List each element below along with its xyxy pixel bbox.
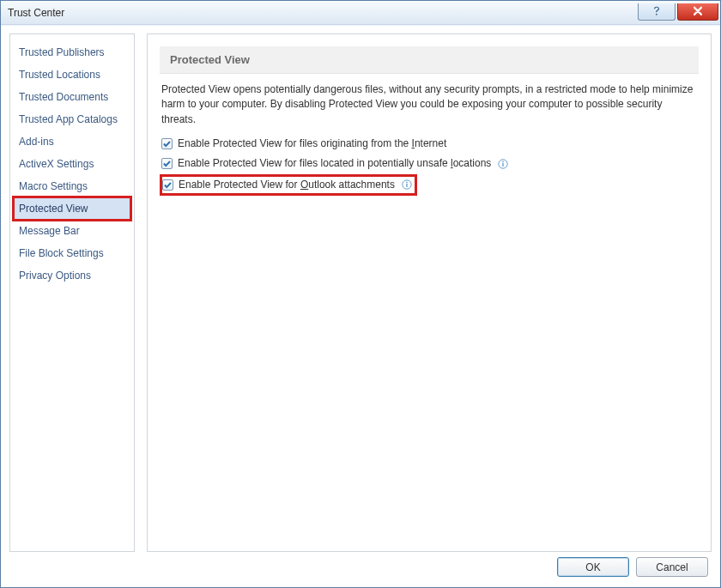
sidebar-item-trusted-documents[interactable]: Trusted Documents	[14, 86, 130, 108]
option-label: Enable Protected View for files originat…	[178, 136, 446, 152]
option-internet-files: Enable Protected View for files originat…	[161, 134, 697, 154]
sidebar-item-trusted-locations[interactable]: Trusted Locations	[14, 64, 130, 86]
sidebar-item-add-ins[interactable]: Add-ins	[14, 130, 130, 153]
checkbox-unsafe-locations[interactable]	[161, 158, 173, 169]
section-description: Protected View opens potentially dangero…	[161, 82, 697, 127]
dialog-body: Trusted Publishers Trusted Locations Tru…	[1, 27, 720, 587]
check-icon	[163, 180, 173, 190]
option-label: Enable Protected View for Outlook attach…	[179, 177, 395, 193]
help-icon	[652, 6, 661, 16]
section-body: Protected View opens potentially dangero…	[148, 74, 711, 196]
sidebar-item-macro-settings[interactable]: Macro Settings	[14, 175, 130, 197]
cancel-button[interactable]: Cancel	[636, 557, 708, 577]
sidebar-item-protected-view[interactable]: Protected View	[14, 197, 130, 220]
checkbox-internet-files[interactable]	[161, 138, 173, 149]
info-icon[interactable]	[402, 179, 412, 190]
ok-button[interactable]: OK	[557, 557, 629, 577]
panes: Trusted Publishers Trusted Locations Tru…	[9, 33, 712, 552]
checkbox-outlook-attachments[interactable]	[162, 179, 173, 191]
check-icon	[162, 139, 172, 149]
close-button[interactable]	[677, 3, 718, 21]
sidebar-item-trusted-app-catalogs[interactable]: Trusted App Catalogs	[14, 108, 130, 130]
sidebar-item-privacy-options[interactable]: Privacy Options	[14, 264, 130, 287]
trust-center-window: Trust Center Trusted Publishers Trusted …	[0, 0, 721, 588]
info-icon[interactable]	[498, 159, 508, 169]
svg-point-1	[502, 161, 504, 162]
svg-rect-5	[406, 184, 407, 187]
section-title: Protected View	[160, 46, 699, 74]
window-title: Trust Center	[8, 7, 64, 19]
sidebar: Trusted Publishers Trusted Locations Tru…	[9, 33, 135, 552]
sidebar-item-trusted-publishers[interactable]: Trusted Publishers	[14, 41, 130, 64]
option-outlook-attachments: Enable Protected View for Outlook attach…	[161, 176, 415, 194]
sidebar-item-activex-settings[interactable]: ActiveX Settings	[14, 153, 130, 175]
option-label: Enable Protected View for files located …	[178, 155, 491, 172]
option-outlook-attachments-row: Enable Protected View for Outlook attach…	[161, 174, 697, 196]
main-panel: Protected View Protected View opens pote…	[147, 33, 712, 552]
svg-point-4	[406, 182, 408, 184]
option-unsafe-locations: Enable Protected View for files located …	[161, 154, 697, 173]
sidebar-item-file-block-settings[interactable]: File Block Settings	[14, 242, 130, 264]
check-icon	[162, 159, 172, 168]
help-button[interactable]	[638, 3, 676, 21]
titlebar: Trust Center	[1, 1, 720, 25]
close-icon	[693, 7, 703, 15]
svg-rect-2	[503, 163, 504, 167]
dialog-buttons: OK Cancel	[557, 557, 708, 577]
sidebar-item-message-bar[interactable]: Message Bar	[14, 220, 130, 242]
